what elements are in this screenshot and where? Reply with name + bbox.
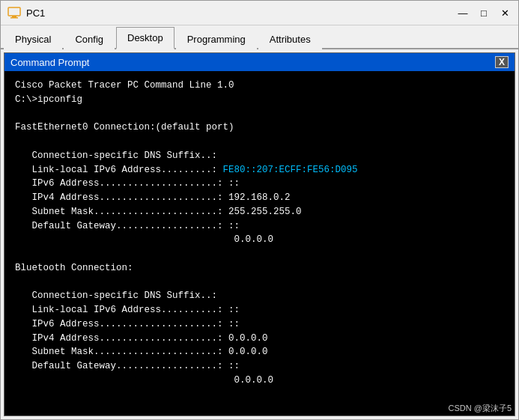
cmd-terminal-body[interactable]: Cisco Packet Tracer PC Command Line 1.0 … (4, 71, 515, 416)
fe0-dns: Connection-specific DNS Suffix..: (15, 150, 223, 161)
window-title: PC1 (26, 7, 455, 19)
tab-desktop[interactable]: Desktop (116, 27, 174, 49)
bt-header: Bluetooth Connection: (15, 263, 133, 273)
cmd-line-1: Cisco Packet Tracer PC Command Line 1.0 (15, 80, 234, 91)
bt-ipv6-link: Link-local IPv6 Address..........: :: (15, 305, 240, 315)
desktop-content: Command Prompt X Cisco Packet Tracer PC … (1, 49, 518, 419)
close-button[interactable]: ✕ (497, 5, 512, 20)
svg-rect-1 (12, 16, 16, 17)
window-controls: — □ ✕ (455, 5, 512, 20)
svg-rect-0 (8, 7, 20, 16)
app-icon (7, 5, 22, 20)
tab-bar: Physical Config Desktop Programming Attr… (1, 25, 518, 49)
bt-subnet: Subnet Mask......................: 0.0.0… (15, 347, 268, 357)
svg-rect-2 (10, 17, 18, 19)
main-window: PC1 — □ ✕ Physical Config Desktop Progra… (0, 0, 519, 420)
bt-gw2: 0.0.0.0 (15, 375, 273, 386)
bt-dns: Connection-specific DNS Suffix..: (15, 290, 223, 301)
fe0-ipv6-link: Link-local IPv6 Address.........: FE80::… (15, 165, 358, 175)
fe0-ipv4: IPv4 Address.....................: 192.1… (15, 192, 291, 203)
fe0-header: FastEthernet0 Connection:(default port) (15, 122, 234, 133)
bt-ipv4: IPv4 Address.....................: 0.0.0… (15, 333, 268, 344)
tab-config[interactable]: Config (64, 28, 115, 49)
minimize-button[interactable]: — (455, 5, 470, 20)
watermark: CSDN @梁沫子5 (448, 403, 512, 414)
fe0-gw2: 0.0.0.0 (15, 234, 273, 245)
fe0-subnet: Subnet Mask......................: 255.2… (15, 207, 302, 217)
cmd-close-button[interactable]: X (495, 56, 509, 68)
cmd-line-2: C:\>ipconfig (15, 94, 82, 105)
fe0-gw: Default Gateway..................: :: (15, 221, 240, 231)
bt-ipv6: IPv6 Address.....................: :: (15, 319, 240, 329)
fe0-ipv6: IPv6 Address.....................: :: (15, 178, 240, 189)
maximize-button[interactable]: □ (476, 5, 491, 20)
title-bar: PC1 — □ ✕ (1, 1, 518, 25)
cmd-title-bar: Command Prompt X (4, 53, 515, 71)
cmd-title-label: Command Prompt (10, 57, 89, 68)
command-prompt-panel: Command Prompt X Cisco Packet Tracer PC … (4, 52, 515, 416)
fe0-ipv6-link-value: FE80::207:ECFF:FE56:D095 (223, 165, 358, 175)
tab-programming[interactable]: Programming (176, 28, 257, 49)
tab-attributes[interactable]: Attributes (258, 28, 322, 49)
tab-physical[interactable]: Physical (4, 28, 62, 49)
bt-gw: Default Gateway..................: :: (15, 361, 240, 371)
